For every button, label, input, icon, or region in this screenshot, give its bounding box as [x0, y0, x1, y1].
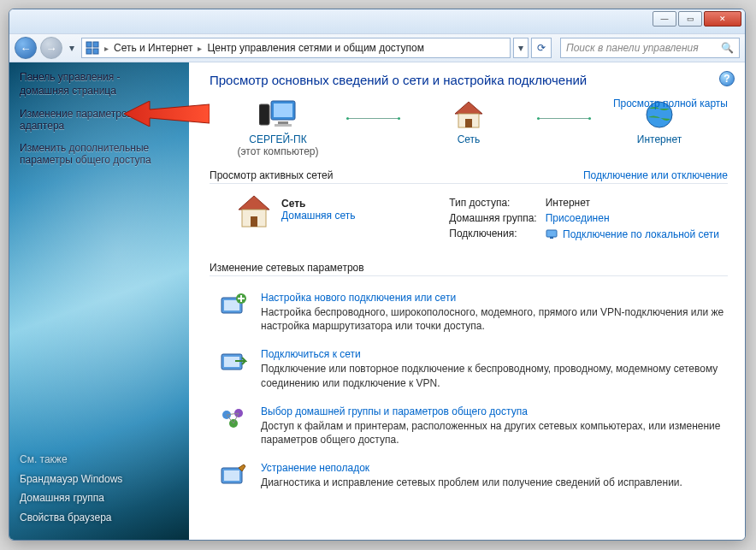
maximize-button[interactable]: ▭ — [678, 11, 702, 27]
task-desc: Доступ к файлам и принтерам, расположенн… — [261, 419, 728, 447]
connections-label: Подключения: — [449, 227, 543, 241]
sidebar-homegroup-link[interactable]: Домашняя группа — [20, 488, 122, 508]
homegroup-label: Домашняя группа: — [449, 211, 543, 225]
svg-marker-13 — [239, 196, 269, 210]
task-title: Выбор домашней группы и параметров общег… — [261, 405, 728, 417]
house-icon — [400, 98, 537, 132]
minimize-button[interactable]: — — [653, 11, 676, 27]
access-type-value: Интернет — [546, 196, 726, 210]
svg-rect-16 — [546, 230, 557, 237]
page-title: Просмотр основных сведений о сети и наст… — [210, 73, 728, 87]
control-panel-icon — [86, 41, 99, 55]
breadcrumb-separator: ▸ — [196, 44, 204, 53]
see-also-header: См. также — [20, 450, 122, 470]
map-connector — [346, 118, 400, 119]
network-details: Тип доступа: Интернет Домашняя группа: П… — [447, 194, 728, 243]
breadcrumb-dropdown[interactable]: ▾ — [513, 38, 529, 58]
task-desc: Диагностика и исправление сетевых пробле… — [261, 476, 682, 489]
map-connector — [537, 118, 591, 119]
active-networks-label: Просмотр активных сетей — [210, 169, 333, 181]
svg-rect-1 — [93, 42, 98, 47]
svg-rect-4 — [259, 104, 269, 125]
svg-rect-11 — [465, 119, 472, 127]
active-network-row: Сеть Домашняя сеть Тип доступа: Интернет… — [210, 189, 728, 250]
sidebar-adapter-settings[interactable]: Изменение параметров адаптера — [20, 108, 179, 132]
internet-label: Интернет — [591, 133, 728, 145]
search-icon: 🔍 — [721, 42, 734, 54]
homegroup-icon — [218, 405, 249, 431]
help-icon[interactable]: ? — [719, 71, 735, 86]
connect-disconnect-link[interactable]: Подключение или отключение — [583, 169, 728, 181]
network-summary[interactable]: Сеть Домашняя сеть — [235, 194, 355, 243]
connection-link[interactable]: Подключение по локальной сети — [563, 228, 719, 240]
connect-network-icon — [218, 348, 249, 374]
window-titlebar: — ▭ ✕ — [9, 9, 745, 33]
house-icon — [235, 194, 273, 228]
access-type-label: Тип доступа: — [449, 196, 543, 210]
lan-icon — [546, 228, 558, 240]
view-full-map-link[interactable]: Просмотр полной карты — [613, 98, 728, 109]
svg-rect-8 — [275, 124, 292, 127]
close-button[interactable]: ✕ — [704, 11, 741, 27]
control-panel-window: — ▭ ✕ ← → ▾ ▸ Сеть и Интернет ▸ Центр уп… — [9, 9, 746, 541]
sidebar-firewall-link[interactable]: Брандмауэр Windows — [20, 470, 122, 489]
new-connection-icon — [218, 292, 249, 317]
sidebar-home-line2: домашняя страница — [20, 85, 116, 97]
sidebar-advanced-sharing[interactable]: Изменить дополнительные параметры общего… — [20, 142, 179, 166]
sidebar: Панель управления - домашняя страница Из… — [9, 62, 189, 540]
svg-rect-27 — [224, 470, 239, 481]
svg-rect-19 — [224, 300, 239, 310]
forward-button[interactable]: → — [40, 37, 62, 59]
task-desc: Подключение или повторное подключение к … — [261, 362, 728, 389]
pc-sublabel: (этот компьютер) — [210, 145, 346, 157]
sidebar-home-link[interactable]: Панель управления - домашняя страница — [20, 71, 179, 98]
task-new-connection[interactable]: Настройка нового подключения или сети На… — [218, 285, 728, 341]
network-name: Сеть — [281, 198, 355, 210]
map-node-network[interactable]: Сеть — [400, 98, 537, 145]
change-settings-header: Изменение сетевых параметров — [210, 262, 728, 276]
sidebar-browser-props-link[interactable]: Свойства браузера — [20, 508, 122, 528]
search-input[interactable]: Поиск в панели управления 🔍 — [560, 38, 740, 58]
back-button[interactable]: ← — [15, 37, 37, 59]
task-title: Настройка нового подключения или сети — [261, 292, 728, 304]
sidebar-home-line1: Панель управления - — [20, 71, 121, 83]
address-breadcrumb[interactable]: ▸ Сеть и Интернет ▸ Центр управления сет… — [81, 38, 511, 58]
sidebar-see-also: См. также Брандмауэр Windows Домашняя гр… — [20, 450, 122, 528]
breadcrumb-segment-network[interactable]: Сеть и Интернет — [110, 42, 196, 54]
computer-icon — [210, 98, 346, 132]
task-homegroup-sharing[interactable]: Выбор домашней группы и параметров общег… — [218, 399, 728, 455]
svg-rect-7 — [278, 121, 288, 124]
task-desc: Настройка беспроводного, широкополосного… — [261, 305, 728, 333]
navigation-bar: ← → ▾ ▸ Сеть и Интернет ▸ Центр управлен… — [9, 33, 745, 62]
task-troubleshoot[interactable]: Устранение неполадок Диагностика и испра… — [218, 455, 728, 498]
task-list: Настройка нового подключения или сети На… — [210, 281, 728, 498]
window-body: Панель управления - домашняя страница Из… — [9, 62, 745, 540]
network-map: СЕРГЕЙ-ПК (этот компьютер) Сеть — [210, 98, 728, 157]
svg-marker-9 — [455, 102, 482, 114]
svg-rect-15 — [251, 216, 257, 227]
svg-rect-2 — [86, 49, 92, 54]
refresh-button[interactable]: ⟳ — [531, 38, 552, 58]
homegroup-value-link[interactable]: Присоединен — [546, 212, 610, 224]
search-placeholder: Поиск в панели управления — [566, 42, 699, 54]
map-node-pc[interactable]: СЕРГЕЙ-ПК (этот компьютер) — [210, 98, 346, 157]
svg-rect-6 — [274, 103, 292, 117]
task-connect-network[interactable]: Подключиться к сети Подключение или повт… — [218, 341, 728, 398]
active-networks-header: Просмотр активных сетей Подключение или … — [210, 169, 728, 184]
task-title: Подключиться к сети — [261, 348, 728, 360]
troubleshoot-icon — [218, 462, 249, 488]
svg-rect-0 — [86, 42, 92, 47]
content-pane: ? Просмотр основных сведений о сети и на… — [189, 62, 745, 540]
breadcrumb-separator: ▸ — [103, 44, 110, 53]
network-type-link[interactable]: Домашняя сеть — [281, 210, 355, 222]
breadcrumb-segment-netcenter[interactable]: Центр управления сетями и общим доступом — [204, 42, 428, 54]
svg-rect-17 — [550, 237, 553, 239]
task-title: Устранение неполадок — [261, 462, 682, 474]
pc-label: СЕРГЕЙ-ПК — [210, 133, 346, 145]
svg-rect-3 — [93, 49, 98, 54]
history-dropdown[interactable]: ▾ — [66, 37, 78, 59]
network-label: Сеть — [400, 133, 537, 145]
